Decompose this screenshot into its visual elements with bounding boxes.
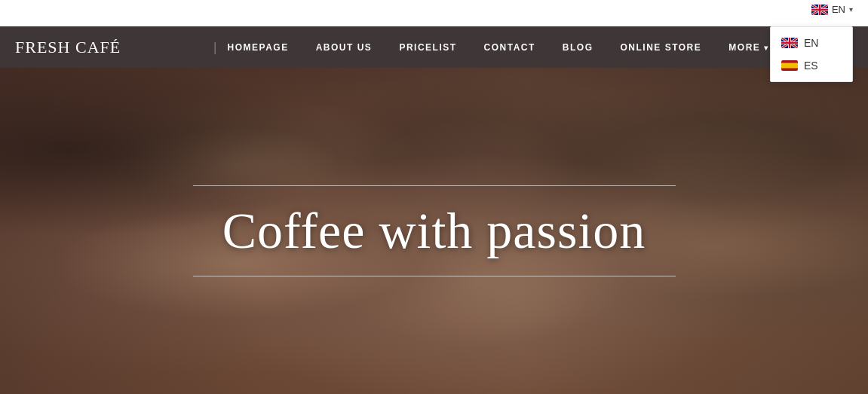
hero-title: Coffee with passion — [222, 201, 646, 261]
language-button[interactable]: EN ▾ — [811, 4, 853, 15]
lang-en-label: EN — [804, 37, 818, 49]
svg-rect-3 — [781, 63, 798, 69]
nav-link-online-store[interactable]: ONLINE STORE — [607, 42, 716, 53]
hero-content: Coffee with passion — [0, 68, 868, 394]
flag-es-icon — [781, 60, 798, 71]
flag-en-icon — [781, 38, 798, 48]
nav-item-about-us[interactable]: ABOUT US — [302, 42, 386, 53]
current-lang-label: EN — [832, 4, 845, 15]
nav-item-pricelist[interactable]: PRICELIST — [385, 42, 470, 53]
nav-link-homepage[interactable]: HOMEPAGE — [214, 42, 302, 53]
chevron-down-icon: ▾ — [849, 5, 853, 14]
lang-option-en[interactable]: EN — [771, 32, 852, 54]
nav-link-blog[interactable]: BLOG — [549, 42, 607, 53]
more-chevron-icon: ▾ — [764, 44, 769, 52]
site-logo[interactable]: FRESH CAFÉ — [15, 38, 121, 57]
language-dropdown: EN ES — [770, 26, 853, 82]
nav-item-contact[interactable]: CONTACT — [471, 42, 549, 53]
hero-section: Coffee with passion — [0, 68, 868, 394]
nav-item-online-store[interactable]: ONLINE STORE — [607, 42, 716, 53]
top-bar: EN ▾ — [0, 0, 868, 26]
nav-item-homepage[interactable]: HOMEPAGE — [214, 42, 302, 53]
hero-line-bottom — [193, 276, 676, 276]
navbar: FRESH CAFÉ HOMEPAGE ABOUT US PRICELIST C… — [0, 26, 868, 68]
lang-es-label: ES — [804, 60, 818, 72]
hero-line-top — [193, 185, 676, 186]
lang-option-es[interactable]: ES — [771, 54, 852, 77]
nav-link-contact[interactable]: CONTACT — [471, 42, 549, 53]
nav-item-blog[interactable]: BLOG — [549, 42, 607, 53]
nav-links: HOMEPAGE ABOUT US PRICELIST CONTACT BLOG… — [143, 42, 853, 53]
nav-link-pricelist[interactable]: PRICELIST — [385, 42, 470, 53]
flag-uk-icon — [811, 5, 828, 15]
nav-link-about-us[interactable]: ABOUT US — [302, 42, 386, 53]
